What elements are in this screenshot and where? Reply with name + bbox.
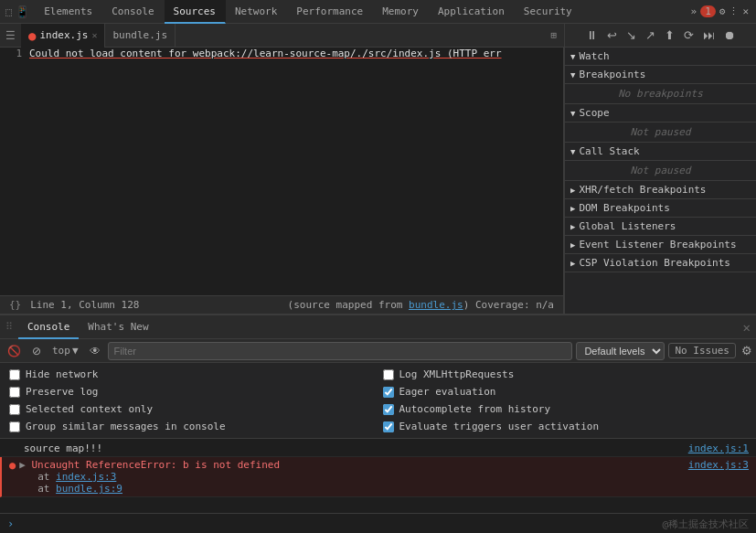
error-arrow-icon[interactable]: ▶: [19, 459, 31, 471]
tab-network[interactable]: Network: [226, 0, 287, 24]
more-icon[interactable]: ⋮: [729, 5, 739, 17]
console-gear-btn[interactable]: ⚙: [741, 344, 752, 357]
scope-arrow-icon: ▼: [570, 109, 575, 118]
top-tabs-right: » 1 ⚙ ⋮ ✕: [691, 5, 757, 17]
dom-arrow-icon: ▶: [570, 204, 575, 213]
console-options: Hide network Log XMLHttpRequests Preserv…: [0, 363, 756, 439]
file-tab-left-btn[interactable]: ☰: [0, 29, 21, 42]
tab-memory[interactable]: Memory: [373, 0, 429, 24]
error-location[interactable]: index.js:3: [688, 459, 749, 471]
console-tab[interactable]: Console: [18, 315, 79, 339]
eager-eval-label: Eager evaluation: [399, 386, 496, 398]
preserve-log-label: Preserve log: [26, 386, 98, 398]
record-btn[interactable]: ⏺: [720, 27, 740, 44]
top-tab-icons: ⬚ 📱: [0, 5, 35, 18]
csp-arrow-icon: ▶: [570, 259, 575, 268]
settings-icon[interactable]: ⚙: [719, 5, 726, 17]
source-map-link[interactable]: bundle.js: [409, 299, 463, 311]
file-tab-close[interactable]: ✕: [91, 30, 97, 40]
deactivate-btn[interactable]: ⟳: [680, 27, 697, 44]
selected-context-checkbox[interactable]: [9, 404, 20, 415]
drag-handle-icon[interactable]: ⠿: [5, 321, 13, 333]
option-preserve-log: Preserve log: [9, 384, 374, 400]
console-input-field[interactable]: [19, 517, 749, 529]
file-tab-index-js[interactable]: ● index.js ✕: [21, 24, 105, 48]
tab-security[interactable]: Security: [515, 0, 582, 24]
callstack-label: Call Stack: [579, 145, 639, 157]
error-stack-link-2[interactable]: bundle.js:9: [56, 483, 122, 495]
left-panel: ☰ ● index.js ✕ bundle.js ⊞ 1 Could not l…: [0, 24, 564, 314]
scope-label: Scope: [579, 107, 609, 119]
global-arrow-icon: ▶: [570, 222, 575, 231]
breakpoints-section-header[interactable]: ▼ Breakpoints: [565, 66, 756, 84]
xhr-section-header[interactable]: ▶ XHR/fetch Breakpoints: [565, 181, 756, 199]
evaluate-triggers-checkbox[interactable]: [383, 421, 394, 432]
event-arrow-icon: ▶: [570, 240, 575, 250]
preserve-log-checkbox[interactable]: [9, 387, 20, 398]
console-output: source map!!! index.js:1 ● ▶ Uncaught Re…: [0, 439, 756, 513]
source-map-info: (source mapped from bundle.js) Coverage:…: [288, 299, 554, 311]
context-dropdown-icon: ▼: [72, 345, 79, 357]
no-issues-badge[interactable]: No Issues: [668, 343, 736, 358]
tab-elements[interactable]: Elements: [35, 0, 102, 24]
watch-section-header[interactable]: ▼ Watch: [565, 48, 756, 66]
curly-braces-icon[interactable]: {}: [9, 299, 21, 311]
source-map-end: ) Coverage: n/a: [463, 299, 554, 311]
tab-performance[interactable]: Performance: [287, 0, 373, 24]
context-selector[interactable]: top ▼: [48, 343, 82, 358]
hide-network-checkbox[interactable]: [9, 369, 20, 380]
group-similar-label: Group similar messages in console: [26, 421, 226, 432]
event-section-header[interactable]: ▶ Event Listener Breakpoints: [565, 236, 756, 254]
event-label: Event Listener Breakpoints: [579, 239, 736, 251]
inspect-icon[interactable]: ⬚: [5, 5, 12, 18]
file-tab-label-2: bundle.js: [112, 29, 167, 41]
dom-section-header[interactable]: ▶ DOM Breakpoints: [565, 199, 756, 218]
tab-console[interactable]: Console: [102, 0, 164, 24]
step-into-btn[interactable]: ↘: [623, 27, 640, 44]
close-icon[interactable]: ✕: [742, 5, 749, 17]
whats-new-tab[interactable]: What's New: [79, 315, 157, 339]
bottom-panel-close[interactable]: ✕: [743, 320, 751, 335]
stop-btn[interactable]: ⊘: [28, 343, 45, 359]
overflow-btn[interactable]: »: [691, 5, 697, 17]
file-tab-right-btn[interactable]: ⊞: [543, 29, 564, 41]
context-label: top: [52, 345, 70, 357]
error-badge: 1: [700, 5, 716, 17]
group-similar-checkbox[interactable]: [9, 421, 20, 432]
autocomplete-checkbox[interactable]: [383, 404, 394, 415]
step-out-btn[interactable]: ↗: [642, 27, 659, 44]
console-message-error: ● ▶ Uncaught ReferenceError: b is not de…: [0, 457, 756, 497]
log-xml-checkbox[interactable]: [383, 369, 394, 380]
log-xml-label: Log XMLHttpRequests: [399, 368, 515, 380]
step-over-btn[interactable]: ↩: [603, 27, 621, 44]
global-section-header[interactable]: ▶ Global Listeners: [565, 218, 756, 236]
tab-sources[interactable]: Sources: [165, 0, 226, 24]
pause-btn[interactable]: ⏸: [582, 27, 602, 44]
error-stack-link-1[interactable]: index.js:3: [56, 471, 116, 483]
clear-console-btn[interactable]: 🚫: [4, 343, 25, 359]
filter-input[interactable]: [108, 342, 573, 360]
source-editor: 1 Could not load content for webpack://l…: [0, 48, 564, 295]
option-hide-network: Hide network: [9, 367, 374, 382]
error-stack-1: at index.js:3: [19, 471, 749, 483]
level-select[interactable]: Default levels: [576, 342, 665, 360]
next-breakpoint-btn[interactable]: ⏭: [699, 27, 719, 44]
tab-application[interactable]: Application: [429, 0, 515, 24]
option-selected-context: Selected context only: [9, 401, 374, 417]
step-btn[interactable]: ⬆: [661, 27, 678, 44]
main-area: ☰ ● index.js ✕ bundle.js ⊞ 1 Could not l…: [0, 24, 756, 314]
csp-section-header[interactable]: ▶ CSP Violation Breakpoints: [565, 254, 756, 272]
console-bottom-area: source map!!! index.js:1 ● ▶ Uncaught Re…: [0, 439, 756, 533]
xhr-arrow-icon: ▶: [570, 186, 575, 195]
file-tab-bundle-js[interactable]: bundle.js: [105, 24, 176, 48]
eye-btn[interactable]: 👁: [86, 343, 104, 359]
device-icon[interactable]: 📱: [16, 5, 29, 18]
console-prompt: ›: [7, 517, 14, 530]
scope-section-header[interactable]: ▼ Scope: [565, 104, 756, 123]
option-evaluate-triggers: Evaluate triggers user activation: [383, 419, 748, 434]
eager-eval-checkbox[interactable]: [383, 387, 394, 398]
option-autocomplete: Autocomplete from history: [383, 401, 748, 417]
callstack-section-header[interactable]: ▼ Call Stack: [565, 143, 756, 161]
log-location[interactable]: index.js:1: [688, 442, 749, 454]
hide-network-label: Hide network: [26, 368, 98, 380]
